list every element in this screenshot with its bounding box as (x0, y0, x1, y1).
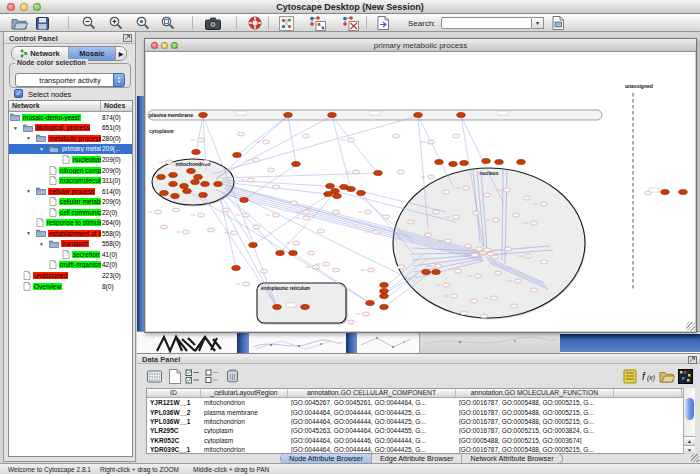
graph-node[interactable] (192, 150, 201, 155)
expand-arrow-icon[interactable]: ▼ (26, 188, 36, 194)
tree-item[interactable]: Overview8(0) (9, 281, 132, 292)
graph-node[interactable] (233, 153, 242, 158)
attribute-list-button[interactable] (621, 367, 638, 385)
graph-node[interactable] (380, 294, 389, 299)
graph-node[interactable] (347, 138, 354, 142)
layout-icon-button[interactable] (279, 16, 294, 30)
column-header[interactable]: ID (147, 389, 201, 397)
column-header[interactable]: annotation.GO MOLECULAR_FUNCTION (456, 389, 614, 397)
graph-edge[interactable] (212, 116, 418, 174)
graph-node[interactable] (276, 251, 285, 256)
graph-node[interactable] (289, 251, 298, 256)
graph-node[interactable] (199, 113, 208, 118)
graph-node[interactable] (292, 162, 301, 167)
graph-edge[interactable] (216, 116, 288, 180)
zoom-selected-button[interactable] (136, 16, 150, 30)
graph-node[interactable] (242, 282, 249, 286)
attribute-select-button[interactable] (146, 367, 163, 385)
graph-node[interactable] (470, 299, 477, 303)
graph-node[interactable] (332, 268, 339, 272)
graph-node[interactable] (449, 162, 458, 167)
graph-node[interactable] (510, 304, 517, 308)
graph-node[interactable] (491, 255, 498, 259)
graph-node[interactable] (222, 208, 229, 212)
graph-node[interactable] (517, 160, 526, 165)
graph-edge[interactable] (222, 184, 411, 237)
graph-node[interactable] (495, 160, 504, 165)
graph-node[interactable] (444, 239, 451, 243)
graph-node[interactable] (201, 182, 210, 187)
graph-node[interactable] (357, 191, 366, 196)
graph-node[interactable] (267, 168, 274, 172)
zoom-in-button[interactable] (109, 16, 123, 30)
graph-node[interactable] (237, 132, 244, 136)
unselect-all-attributes-button[interactable] (204, 367, 221, 385)
scroll-down-button[interactable]: ▼ (684, 445, 695, 454)
graph-node[interactable] (442, 283, 449, 287)
graph-node[interactable] (322, 262, 329, 266)
graph-node[interactable] (160, 225, 167, 229)
graph-node[interactable] (171, 194, 180, 199)
graph-node[interactable] (472, 211, 479, 215)
tab-edge-attribute-browser[interactable]: Edge Attribute Browser (371, 454, 462, 463)
graph-node[interactable] (347, 320, 354, 324)
graph-node[interactable] (347, 187, 356, 192)
expand-arrow-icon[interactable]: ▼ (26, 135, 36, 141)
graph-node[interactable] (207, 228, 214, 232)
graph-node[interactable] (504, 247, 511, 251)
graph-node[interactable] (452, 215, 459, 219)
table-row[interactable]: YKR052Ccytoplasm[GO:0044464, GO:0044446,… (147, 436, 693, 445)
graph-node[interactable] (249, 243, 258, 248)
graph-node[interactable] (483, 193, 490, 197)
expand-arrow-icon[interactable]: ▼ (26, 230, 36, 236)
graph-node[interactable] (512, 213, 519, 217)
graph-node[interactable] (169, 182, 178, 187)
graph-node[interactable] (434, 264, 441, 268)
tree-item[interactable]: ▼cellular process614(0) (9, 186, 132, 197)
graph-node[interactable] (326, 184, 335, 189)
table-row[interactable]: YLR295Ccytoplasm[GO:0045263, GO:0044464,… (147, 426, 693, 435)
graph-node[interactable] (160, 191, 169, 196)
tree-item[interactable]: macromolecule311(0) (9, 175, 132, 186)
graph-node[interactable] (442, 190, 449, 194)
graph-node[interactable] (460, 311, 467, 315)
graph-node[interactable] (374, 171, 383, 176)
tree-item[interactable]: ▼biological_process651(0) (9, 123, 132, 134)
graph-node[interactable] (302, 210, 309, 214)
graph-node[interactable] (397, 170, 404, 174)
graph-node[interactable] (307, 251, 314, 255)
graph-node[interactable] (262, 140, 269, 144)
tree-item[interactable]: cellular metabolic209(0) (9, 196, 132, 207)
graph-node[interactable] (679, 190, 688, 195)
graph-node[interactable] (252, 158, 259, 162)
graph-node[interactable] (165, 160, 172, 164)
graph-node[interactable] (457, 113, 466, 118)
float-panel-icon[interactable] (123, 34, 132, 44)
graph-node[interactable] (317, 229, 324, 233)
save-button[interactable] (36, 16, 49, 30)
graph-node[interactable] (333, 194, 342, 199)
graph-node[interactable] (474, 274, 481, 278)
graph-node[interactable] (494, 271, 501, 275)
graph-node[interactable] (331, 189, 340, 194)
graph-node[interactable] (427, 175, 434, 179)
tree-item[interactable]: multi-organism proc42(0) (9, 260, 132, 271)
tree-item[interactable]: ▼transport558(0) (9, 239, 132, 250)
tab-network-attribute-browser[interactable]: Network Attribute Browser (461, 454, 561, 463)
graph-node[interactable] (197, 138, 204, 142)
graph-node[interactable] (284, 113, 293, 118)
graph-edge[interactable] (196, 116, 203, 152)
graph-node[interactable] (187, 169, 196, 174)
graph-node[interactable] (450, 294, 457, 298)
graph-node[interactable] (364, 210, 371, 214)
tree-item[interactable]: cell communication22(0) (9, 207, 132, 218)
import-button[interactable] (377, 16, 390, 30)
graph-node[interactable] (169, 173, 178, 178)
tree-item[interactable]: nucleobase-containing209(0) (9, 154, 132, 165)
table-row[interactable]: YJR121W__1mitochondrion[GO:0045267, GO:0… (147, 398, 693, 407)
graph-node[interactable] (183, 189, 192, 194)
help-button[interactable] (248, 16, 262, 30)
graph-node[interactable] (454, 269, 461, 273)
graph-node[interactable] (154, 210, 161, 214)
table-row[interactable]: YPL036W__2plasma membrane[GO:0044464, GO… (147, 407, 693, 416)
